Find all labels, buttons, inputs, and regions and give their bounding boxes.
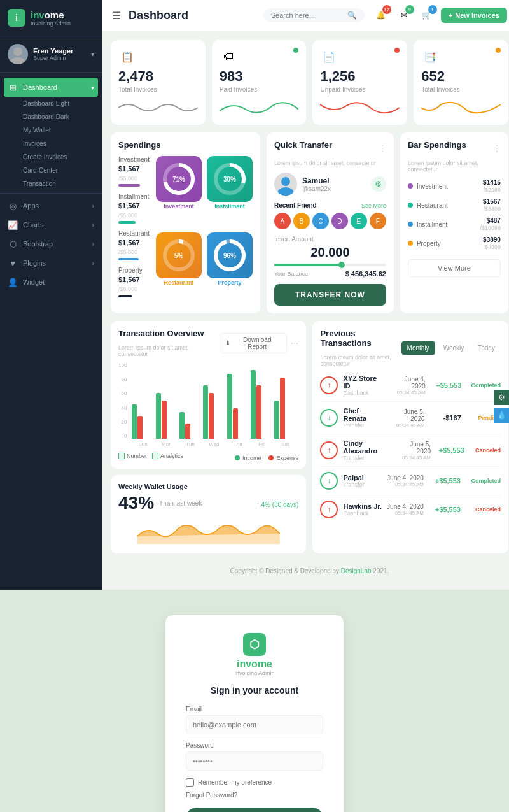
user-info: Eren Yeager Super Admin	[33, 47, 73, 61]
spendings-list: Investment $1,567 /$5,000 Installment	[118, 156, 150, 304]
friend-avatar-4[interactable]: D	[331, 213, 348, 229]
settings-tool-button[interactable]: ⚙	[494, 390, 509, 405]
transfer-now-button[interactable]: TRANSFER NOW	[274, 284, 386, 306]
sidebar-item-dashboard[interactable]: ⊞ Dashboard ▾	[4, 78, 98, 97]
friend-avatar-1[interactable]: A	[274, 213, 291, 229]
transaction-amount: +$5,553	[429, 506, 461, 513]
wallet-sublabel: Than last week	[159, 500, 202, 507]
notification-btn[interactable]: 🔔 17	[372, 6, 390, 24]
svg-point-11	[278, 187, 293, 196]
stats-row: 📋 2,478 Total Invoices 🏷 983	[111, 40, 508, 125]
app-logo-text: invome Invoicing Admin	[31, 10, 71, 27]
amount-slider[interactable]	[274, 264, 386, 266]
more-options-icon[interactable]: ⋯	[291, 339, 298, 348]
sidebar-sub-create-invoices[interactable]: Create Invoices	[0, 150, 102, 164]
forgot-password-link[interactable]: Forgot Password?	[186, 792, 323, 799]
see-more-link[interactable]: See More	[361, 203, 386, 209]
theme-tool-button[interactable]: 💧	[494, 408, 509, 423]
transaction-overview-header: Transaction Overview Lorem ipsum dolor s…	[118, 329, 298, 357]
bar-red-sat	[280, 378, 285, 439]
sidebar-logo: i invome Invoicing Admin	[0, 0, 102, 36]
chart-checkboxes: Number Analytics	[118, 453, 183, 459]
friend-avatar-3[interactable]: C	[312, 213, 329, 229]
more-options-icon[interactable]: ⋮	[379, 144, 386, 153]
spending-item-investment: Investment $1,567 /$5,000	[118, 156, 150, 187]
transaction-info: Chef Renata Transfer	[343, 407, 383, 429]
transaction-amount: +$5,553	[431, 381, 462, 389]
chevron-icon: ›	[92, 241, 94, 248]
tab-weekly[interactable]: Weekly	[438, 341, 470, 355]
sidebar-sub-card-center[interactable]: Card-Center	[0, 164, 102, 177]
transaction-status: Completed	[466, 478, 501, 484]
sidebar-sub-invoices[interactable]: Invoices	[0, 137, 102, 150]
friend-avatar-5[interactable]: E	[351, 213, 367, 229]
prev-transactions-subtitle: Lorem ipsum dolor sit amet, consectetur	[320, 354, 401, 367]
svg-point-1	[10, 57, 25, 64]
sidebar-sub-dashboard-dark[interactable]: Dashboard Dark	[0, 110, 102, 124]
sidebar-item-bootstrap[interactable]: ⬡ Bootstrap ›	[0, 234, 102, 253]
transaction-icon-up: ↑	[320, 376, 338, 394]
page-title: Dashboard	[129, 9, 263, 22]
stat-number: 652	[421, 68, 501, 85]
remember-label: Remember my preference	[198, 779, 272, 786]
sidebar-sub-dashboard-light[interactable]: Dashboard Light	[0, 97, 102, 110]
download-icon: ⬇	[225, 339, 230, 346]
spending-item-installment: Installment $1,567 /$5,000	[118, 193, 150, 224]
balance-label: Your Balance	[274, 271, 308, 277]
sign-in-button[interactable]: Sign Me In	[186, 808, 323, 812]
email-input[interactable]	[186, 715, 323, 734]
balance-row: Your Balance $ 456,345.62	[274, 270, 386, 278]
sidebar-sub-my-wallet[interactable]: My Wallet	[0, 124, 102, 137]
footer-brand-link[interactable]: DesignLab	[341, 567, 372, 574]
sidebar-item-plugins[interactable]: ♥ Plugins ›	[0, 253, 102, 273]
messages-btn[interactable]: ✉ 9	[395, 6, 413, 24]
stat-label: Paid Invoices	[220, 86, 299, 93]
remember-checkbox[interactable]	[186, 778, 194, 787]
stat-label: Total Invoices	[118, 86, 198, 93]
sidebar-item-apps[interactable]: ◎ Apps ›	[0, 196, 102, 215]
analytics-checkbox[interactable]: Analytics	[152, 453, 183, 459]
friend-avatar-2[interactable]: B	[293, 213, 310, 229]
dashboard-icon: ⊞	[8, 82, 18, 92]
main-content: ☰ Dashboard 🔍 🔔 17 ✉ 9 🛒 1	[102, 0, 509, 590]
tab-today[interactable]: Today	[472, 341, 501, 355]
transaction-icon-up: ↑	[320, 441, 338, 459]
sidebar-item-charts[interactable]: 📈 Charts ›	[0, 215, 102, 234]
bar-group-mon	[156, 393, 178, 439]
svg-point-10	[281, 177, 290, 186]
more-options-icon[interactable]: ⋮	[493, 144, 501, 153]
hamburger-menu-icon[interactable]: ☰	[112, 10, 121, 22]
checkbox-icon	[118, 453, 125, 459]
search-bar[interactable]: 🔍	[263, 8, 365, 22]
spendings-card: Spendings Investment $1,567 /$5,000	[111, 132, 260, 313]
bs-dot-restaurant	[408, 203, 413, 208]
wallet-usage-title: Weekly Wallet Usage	[118, 483, 298, 490]
bar-spendings-card: Bar Spendings ⋮ Lorem ipsum dolor sit am…	[400, 132, 508, 313]
sidebar-sub-transaction[interactable]: Transaction	[0, 177, 102, 190]
friend-avatar-6[interactable]: F	[370, 213, 386, 229]
view-more-button[interactable]: View More	[408, 259, 501, 277]
settings-icon[interactable]: ⚙	[371, 176, 386, 192]
password-input[interactable]	[186, 751, 323, 771]
sidebar-item-widget[interactable]: 👤 Widget	[0, 273, 102, 292]
tab-monthly[interactable]: Monthly	[401, 341, 435, 355]
login-logo-subtitle: Invoicing Admin	[234, 670, 274, 676]
search-input[interactable]	[271, 11, 347, 19]
new-invoices-button[interactable]: + New Invoices	[441, 8, 507, 23]
chevron-down-icon[interactable]: ▾	[91, 51, 94, 58]
login-logo-icon: ⬡	[243, 633, 266, 656]
download-report-button[interactable]: ⬇ Download Report	[220, 333, 287, 353]
bar-group-fri	[251, 370, 272, 439]
number-checkbox[interactable]: Number	[118, 453, 147, 459]
wallet-wave	[118, 518, 298, 546]
sidebar-user[interactable]: Eren Yeager Super Admin ▾	[0, 36, 102, 73]
stat-number: 983	[220, 68, 299, 85]
transaction-date: June 4, 2020 05:34:45 AM	[389, 376, 425, 395]
cart-btn[interactable]: 🛒 1	[418, 6, 436, 24]
stat-card-total-invoices-2: 📑 652 Total Invoices	[414, 40, 508, 125]
prev-transactions-title: Previous Transactions	[320, 329, 401, 348]
checkbox-icon	[152, 453, 158, 459]
status-dot-green	[293, 48, 298, 53]
sidebar-item-label: Plugins	[23, 259, 46, 267]
bar-red-thu	[233, 408, 238, 439]
